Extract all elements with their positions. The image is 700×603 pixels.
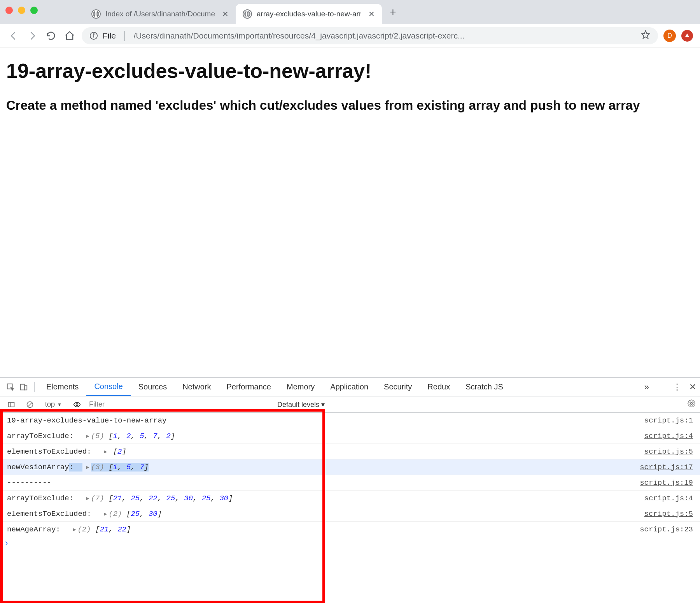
- log-source-link[interactable]: script.js:1: [644, 416, 693, 425]
- console-prompt[interactable]: ›: [0, 537, 700, 550]
- log-array-preview: [21, 22]: [91, 525, 131, 534]
- tab-elements[interactable]: Elements: [38, 378, 86, 396]
- expand-triangle-icon[interactable]: ▶: [73, 526, 76, 533]
- window-controls: [5, 7, 38, 14]
- console-log-row[interactable]: newAgeArray: ▶(2) [21, 22]script.js:23: [0, 522, 700, 537]
- kebab-menu-icon[interactable]: ⋮: [673, 382, 681, 392]
- bookmark-star-icon[interactable]: [641, 30, 650, 41]
- log-array-preview: [1, 5, 7]: [104, 463, 149, 472]
- log-message-label: elementsToExcluded:: [7, 447, 100, 456]
- url-scheme: File: [103, 31, 116, 40]
- console-filter-input[interactable]: [89, 400, 190, 408]
- close-window-button[interactable]: [5, 7, 13, 14]
- log-source-link[interactable]: script.js:5: [644, 447, 693, 456]
- log-source-link[interactable]: script.js:4: [644, 432, 693, 440]
- tab-console[interactable]: Console: [86, 378, 130, 396]
- tab-application[interactable]: Application: [322, 378, 376, 396]
- url-path: /Users/dinanath/Documents/important/reso…: [134, 31, 636, 40]
- close-devtools-icon[interactable]: ✕: [689, 382, 696, 392]
- gear-icon[interactable]: [688, 400, 695, 409]
- console-output: 19-array-excludes-value-to-new-arrayscri…: [0, 413, 700, 603]
- svg-point-13: [76, 403, 78, 405]
- back-button[interactable]: [7, 29, 20, 42]
- address-bar[interactable]: File │ /Users/dinanath/Documents/importa…: [82, 27, 658, 44]
- sidebar-toggle-icon[interactable]: [5, 401, 18, 408]
- context-selector[interactable]: top ▼: [42, 400, 65, 409]
- more-tabs-icon[interactable]: »: [644, 382, 649, 392]
- tab-security[interactable]: Security: [376, 378, 420, 396]
- console-log-row[interactable]: newVesionArray: ▶(3) [1, 5, 7]script.js:…: [0, 459, 700, 475]
- home-button[interactable]: [63, 29, 76, 42]
- close-icon[interactable]: ✕: [222, 9, 229, 19]
- url-separator: │: [121, 31, 129, 41]
- expand-triangle-icon[interactable]: ▶: [104, 511, 107, 517]
- clear-console-icon[interactable]: [23, 401, 37, 408]
- svg-marker-5: [642, 31, 649, 39]
- context-label: top: [45, 400, 55, 408]
- reload-button[interactable]: [44, 29, 58, 42]
- devtools-panel: Elements Console Sources Network Perform…: [0, 377, 700, 603]
- expand-triangle-icon[interactable]: ▶: [86, 464, 89, 470]
- info-icon[interactable]: [89, 32, 98, 40]
- log-array-length: (2): [77, 525, 91, 534]
- log-array-length: (2): [108, 510, 122, 518]
- log-message-label: 19-array-excludes-value-to-new-array: [7, 416, 166, 425]
- device-toolbar-icon[interactable]: [17, 383, 30, 391]
- log-message-label: newVesionArray:: [7, 463, 82, 472]
- console-toolbar: top ▼ Default levels ▾: [0, 396, 700, 413]
- svg-line-12: [28, 403, 32, 407]
- forward-button[interactable]: [26, 29, 39, 42]
- maximize-window-button[interactable]: [30, 7, 38, 14]
- globe-icon: [243, 9, 252, 19]
- tab-memory[interactable]: Memory: [279, 378, 322, 396]
- tab-network[interactable]: Network: [175, 378, 219, 396]
- page-subheading: Create a method named 'excludes' which c…: [6, 96, 694, 114]
- tab-redux[interactable]: Redux: [420, 378, 458, 396]
- log-array-length: (7): [91, 494, 104, 503]
- log-source-link[interactable]: script.js:23: [640, 525, 693, 534]
- tab-performance[interactable]: Performance: [219, 378, 279, 396]
- console-log-row[interactable]: ----------script.js:19: [0, 475, 700, 491]
- console-log-row[interactable]: arrayToExclude: ▶(7) [21, 25, 22, 25, 30…: [0, 491, 700, 506]
- browser-tab[interactable]: Index of /Users/dinanath/Docume ✕: [84, 4, 236, 24]
- tab-sources[interactable]: Sources: [131, 378, 175, 396]
- profile-avatar[interactable]: D: [663, 30, 676, 42]
- log-array-preview: [2]: [108, 447, 126, 456]
- log-message-label: arrayToExclude:: [7, 494, 82, 503]
- browser-toolbar: File │ /Users/dinanath/Documents/importa…: [0, 24, 700, 47]
- log-source-link[interactable]: script.js:17: [640, 463, 693, 472]
- console-log-row[interactable]: elementsToExcluded: ▶(2) [25, 30]script.…: [0, 506, 700, 522]
- chevron-down-icon: ▼: [57, 402, 62, 407]
- tab-title: Index of /Users/dinanath/Docume: [105, 10, 215, 18]
- log-source-link[interactable]: script.js:19: [640, 479, 693, 487]
- minimize-window-button[interactable]: [18, 7, 25, 14]
- log-level-selector[interactable]: Default levels ▾: [277, 400, 325, 409]
- console-log-row[interactable]: 19-array-excludes-value-to-new-arrayscri…: [0, 413, 700, 428]
- inspect-element-icon[interactable]: [4, 383, 17, 391]
- page-content: 19-array-excludes-value-to-new-array! Cr…: [0, 47, 700, 126]
- expand-triangle-icon[interactable]: ▶: [86, 433, 89, 439]
- log-array-preview: [21, 25, 22, 25, 30, 25, 30]: [104, 494, 233, 503]
- log-array-preview: [25, 30]: [122, 510, 162, 518]
- svg-point-4: [93, 33, 94, 34]
- console-log-row[interactable]: arrayToExclude: ▶(5) [1, 2, 5, 7, 2]scri…: [0, 428, 700, 444]
- svg-point-14: [691, 403, 693, 405]
- log-array-length: (5): [91, 432, 104, 440]
- live-expression-icon[interactable]: [70, 401, 84, 408]
- expand-triangle-icon[interactable]: ▶: [104, 449, 107, 455]
- new-tab-button[interactable]: +: [382, 6, 404, 18]
- tab-scratchjs[interactable]: Scratch JS: [458, 378, 511, 396]
- tab-title: array-excludes-value-to-new-arr: [257, 10, 361, 18]
- divider: [34, 382, 35, 392]
- browser-tab-active[interactable]: array-excludes-value-to-new-arr ✕: [236, 4, 382, 24]
- log-message-label: arrayToExclude:: [7, 432, 82, 440]
- log-array-preview: [1, 2, 5, 7, 2]: [104, 432, 175, 440]
- close-icon[interactable]: ✕: [368, 9, 375, 19]
- log-source-link[interactable]: script.js:5: [644, 510, 693, 518]
- log-array-length: (3): [91, 463, 104, 472]
- expand-triangle-icon[interactable]: ▶: [86, 495, 89, 501]
- console-log-row[interactable]: elementsToExcluded: ▶ [2]script.js:5: [0, 444, 700, 459]
- log-source-link[interactable]: script.js:4: [644, 494, 693, 503]
- extension-icon[interactable]: [681, 30, 693, 42]
- log-message-label: ----------: [7, 479, 51, 487]
